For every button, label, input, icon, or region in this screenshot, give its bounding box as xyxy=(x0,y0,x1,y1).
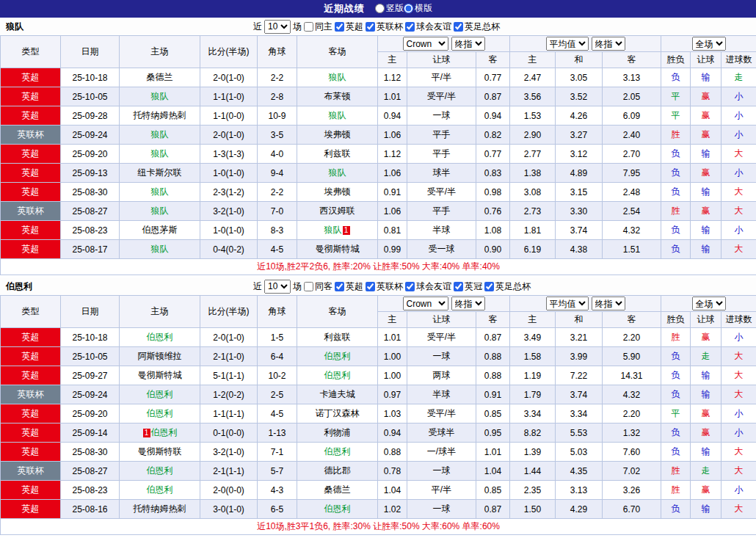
league-filter-checkbox[interactable] xyxy=(454,22,463,32)
view-radio[interactable] xyxy=(404,4,413,13)
team-link[interactable]: 伯恩利 xyxy=(324,504,351,514)
league-filter-checkbox[interactable] xyxy=(366,282,375,291)
league-filter-checkbox[interactable] xyxy=(484,282,494,291)
league-filter[interactable]: 英冠 xyxy=(454,280,482,293)
team-link[interactable]: 狼队 xyxy=(329,72,346,82)
team-link[interactable]: 伯恩利 xyxy=(147,389,173,399)
view-option[interactable]: 竖版 xyxy=(375,2,404,15)
league-filter[interactable]: 英联杯 xyxy=(366,280,403,293)
team-link[interactable]: 埃弗顿 xyxy=(324,129,351,139)
team-link[interactable]: 狼队 xyxy=(151,186,169,197)
team-link[interactable]: 伯恩利 xyxy=(147,465,173,476)
league-filter[interactable]: 球会友谊 xyxy=(405,280,451,293)
team-link[interactable]: 德比郡 xyxy=(324,465,351,476)
team-link[interactable]: 卡迪夫城 xyxy=(320,389,355,399)
odds-period-select[interactable]: 终指 xyxy=(451,37,485,51)
league-filter[interactable]: 英足总杯 xyxy=(484,280,531,293)
team-link[interactable]: 狼队 xyxy=(329,110,346,120)
odds-home: 0.91 xyxy=(378,183,407,202)
league-filter[interactable]: 英超 xyxy=(335,280,363,293)
avg-controls: 平均值终指 xyxy=(510,36,661,52)
bookmaker-select[interactable]: Crown xyxy=(403,37,448,51)
venue-filter[interactable]: 同客 xyxy=(304,280,332,293)
home-team-cell: 托特纳姆热刺 xyxy=(120,500,200,519)
handicap: 平/半 xyxy=(407,68,476,87)
team-link[interactable]: 利物浦 xyxy=(324,427,351,437)
scope-select[interactable]: 全场 xyxy=(692,37,726,51)
match-date: 25-08-27 xyxy=(61,462,120,481)
league-filter[interactable]: 英足总杯 xyxy=(454,21,500,33)
team-link[interactable]: 托特纳姆热刺 xyxy=(134,504,186,514)
team-link[interactable]: 伯恩利 xyxy=(147,484,173,495)
league-filter-checkbox[interactable] xyxy=(405,22,415,32)
scope-controls: 全场 xyxy=(661,36,756,52)
league-filter[interactable]: 英联杯 xyxy=(366,21,403,33)
away-team-cell: 卡迪夫城 xyxy=(297,385,378,404)
match-date: 25-10-05 xyxy=(61,347,120,366)
team-link[interactable]: 伯恩利 xyxy=(147,332,173,342)
league-filter[interactable]: 球会友谊 xyxy=(405,21,451,33)
league-filter-checkbox[interactable] xyxy=(335,282,344,291)
team-link[interactable]: 伯恩利 xyxy=(147,408,173,418)
team-link[interactable]: 曼彻斯特城 xyxy=(138,370,182,380)
score: 3-0(1-0) xyxy=(200,500,258,519)
avg-home: 1.19 xyxy=(510,366,556,385)
team-link[interactable]: 布莱顿 xyxy=(324,91,351,101)
team-link[interactable]: 狼队 xyxy=(151,91,169,101)
team-link[interactable]: 利兹联 xyxy=(324,332,351,342)
team-link[interactable]: 桑德兰 xyxy=(147,72,173,82)
team-link[interactable]: 曼彻斯特城 xyxy=(316,244,360,254)
bookmaker-select[interactable]: Crown xyxy=(403,297,448,310)
team-link[interactable]: 托特纳姆热刺 xyxy=(134,110,186,120)
team-link[interactable]: 狼队 xyxy=(151,244,169,254)
league-filter-checkbox[interactable] xyxy=(366,22,375,32)
team-link[interactable]: 伯恩利 xyxy=(324,351,351,361)
avg-type-select[interactable]: 平均值 xyxy=(546,37,589,51)
recent-count-select[interactable]: 10 xyxy=(264,280,291,294)
handicap: 平手 xyxy=(407,202,476,221)
score: 1-1(1-0) xyxy=(200,87,258,106)
view-radio[interactable] xyxy=(375,4,385,13)
team-link[interactable]: 伯恩利 xyxy=(324,446,351,457)
team-link[interactable]: 曼彻斯特联 xyxy=(138,446,182,457)
venue-filter[interactable]: 同主 xyxy=(304,21,332,33)
topbar: 近期战绩 竖版横版 xyxy=(0,0,756,18)
recent-count-select[interactable]: 10 xyxy=(264,20,291,34)
avg-away: 7.02 xyxy=(603,462,661,481)
team-link[interactable]: 狼队 xyxy=(151,129,169,139)
team-name: 伯恩利 xyxy=(6,280,32,293)
league-filter[interactable]: 英超 xyxy=(335,21,363,33)
handicap: 受平/半 xyxy=(407,87,476,106)
team-link[interactable]: 纽卡斯尔联 xyxy=(138,167,182,178)
result-goals: 大 xyxy=(722,145,756,164)
team-link[interactable]: 伯恩利 xyxy=(324,370,351,380)
team-link[interactable]: 狼队 xyxy=(329,167,346,178)
col-header: 类型 xyxy=(1,36,61,68)
team-link[interactable]: 利兹联 xyxy=(324,148,351,159)
corners: 10-9 xyxy=(258,106,297,126)
avg-type-select[interactable]: 平均值 xyxy=(546,297,589,310)
avg-period-select[interactable]: 终指 xyxy=(592,297,625,310)
league-filter-checkbox[interactable] xyxy=(335,22,344,32)
away-team-cell: 狼队 xyxy=(297,68,378,87)
team-link[interactable]: 诺丁汉森林 xyxy=(316,408,360,418)
league-filter-checkbox[interactable] xyxy=(405,282,415,291)
view-option[interactable]: 横版 xyxy=(404,2,432,15)
team-link[interactable]: 狼队 xyxy=(324,225,342,235)
team-link[interactable]: 桑德兰 xyxy=(324,484,351,495)
odds-home: 1.12 xyxy=(378,145,407,164)
team-link[interactable]: 狼队 xyxy=(151,148,169,159)
avg-draw: 3.15 xyxy=(556,183,603,202)
team-link[interactable]: 伯恩茅斯 xyxy=(142,225,178,235)
league-filter-checkbox[interactable] xyxy=(454,282,463,291)
team-link[interactable]: 阿斯顿维拉 xyxy=(138,351,182,361)
scope-select[interactable]: 全场 xyxy=(692,297,726,310)
odds-period-select[interactable]: 终指 xyxy=(451,297,485,310)
avg-period-select[interactable]: 终指 xyxy=(592,37,625,51)
team-link[interactable]: 西汉姆联 xyxy=(320,206,355,216)
venue-checkbox[interactable] xyxy=(304,282,313,291)
team-link[interactable]: 伯恩利 xyxy=(151,427,178,437)
team-link[interactable]: 狼队 xyxy=(151,206,169,216)
venue-checkbox[interactable] xyxy=(304,22,313,32)
team-link[interactable]: 埃弗顿 xyxy=(324,186,351,197)
